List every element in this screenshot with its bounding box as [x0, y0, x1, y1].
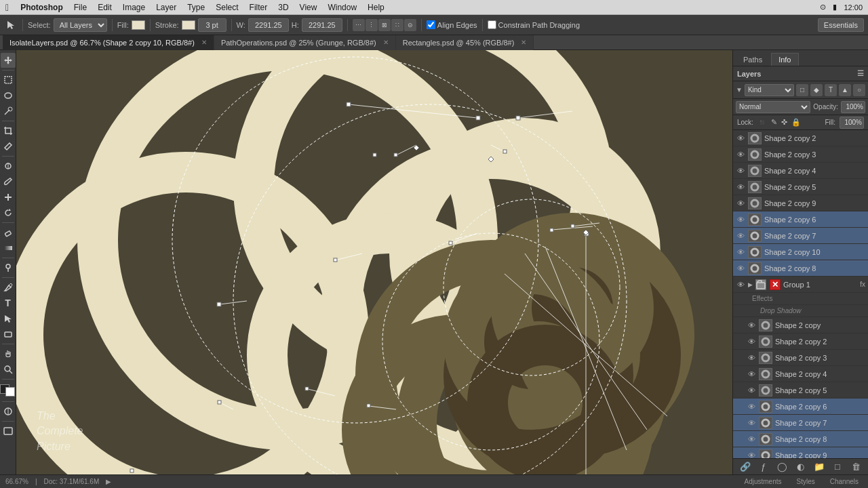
menu-view[interactable]: View: [295, 1, 322, 14]
lock-all-btn[interactable]: 🔒: [791, 118, 801, 127]
delete-layer-btn[interactable]: 🗑: [850, 461, 862, 473]
filter-shape-btn[interactable]: ▲: [839, 84, 851, 96]
link-layers-btn[interactable]: 🔗: [739, 461, 751, 473]
align-center-btn[interactable]: ⋮: [366, 19, 378, 31]
align-edges-checkbox[interactable]: [427, 20, 435, 29]
gradient-tool[interactable]: [1, 241, 16, 256]
constrain-path-label[interactable]: Constrain Path Dragging: [488, 20, 580, 29]
menu-select[interactable]: Select: [211, 1, 243, 14]
group-expand-arrow[interactable]: ▶: [748, 281, 753, 288]
layer-item[interactable]: 👁 Shape 2 copy 8: [733, 260, 868, 277]
layer-item[interactable]: 👁 Shape 2 copy 2: [733, 333, 868, 350]
align-right-btn[interactable]: ⊠: [378, 19, 391, 31]
lasso-tool[interactable]: [1, 88, 16, 103]
eraser-tool[interactable]: [1, 225, 16, 240]
layer-fx-badge[interactable]: fx: [860, 281, 865, 288]
tab-0[interactable]: IsolateLayers.psd @ 66.7% (Shape 2 copy …: [3, 35, 214, 50]
magic-wand-tool[interactable]: [1, 104, 16, 119]
layer-visibility-toggle[interactable]: 👁: [736, 134, 745, 143]
essentials-button[interactable]: Essentials: [818, 18, 864, 32]
layer-visibility-toggle[interactable]: 👁: [736, 247, 745, 257]
layer-item[interactable]: 👁 Shape 2 copy 3: [733, 146, 868, 163]
apple-menu-icon[interactable]: : [5, 2, 9, 13]
layer-item[interactable]: 👁 Shape 2 copy 7: [733, 228, 868, 244]
filter-type-btn[interactable]: T: [825, 84, 837, 96]
menu-layer[interactable]: Layer: [151, 1, 181, 14]
transform-btn[interactable]: ⊝: [404, 19, 416, 31]
layer-visibility-toggle[interactable]: 👁: [736, 150, 745, 159]
layer-visibility-toggle[interactable]: 👁: [747, 434, 756, 444]
height-input[interactable]: [302, 18, 342, 32]
layer-visibility-toggle[interactable]: 👁: [736, 280, 745, 289]
filter-kind-dropdown[interactable]: Kind: [745, 84, 794, 96]
layer-visibility-toggle[interactable]: 👁: [747, 337, 756, 346]
layer-item[interactable]: 👁 Shape 2 copy 10: [733, 244, 868, 260]
menu-edit[interactable]: Edit: [93, 1, 117, 14]
layer-visibility-toggle[interactable]: 👁: [736, 199, 745, 208]
status-nav[interactable]: ▶: [106, 478, 111, 485]
menu-filter[interactable]: Filter: [245, 1, 273, 14]
tab-1[interactable]: PathOperations.psd @ 25% (Grunge, RGB/8#…: [214, 35, 396, 50]
lock-position-btn[interactable]: ✜: [781, 118, 787, 127]
layer-item[interactable]: 👁 Shape 2 copy 4: [733, 366, 868, 382]
tab-1-close[interactable]: ✕: [383, 39, 389, 46]
filter-smart-btn[interactable]: ○: [853, 84, 865, 96]
align-left-btn[interactable]: ⋯: [353, 19, 365, 31]
constrain-path-checkbox[interactable]: [488, 20, 496, 29]
hand-tool[interactable]: [1, 346, 16, 361]
type-tool[interactable]: T: [1, 296, 16, 310]
clone-stamp-tool[interactable]: [1, 190, 16, 205]
move-tool[interactable]: [1, 53, 16, 68]
screen-mode-btn[interactable]: [1, 424, 16, 439]
layer-visibility-toggle[interactable]: 👁: [747, 451, 756, 459]
layer-item[interactable]: 👁 Shape 2 copy: [733, 317, 868, 333]
layer-visibility-toggle[interactable]: 👁: [747, 353, 756, 363]
layer-visibility-toggle[interactable]: 👁: [736, 166, 745, 176]
pen-tool[interactable]: [1, 280, 16, 295]
menu-window[interactable]: Window: [323, 1, 361, 14]
menu-3d[interactable]: 3D: [273, 1, 293, 14]
add-mask-btn[interactable]: ◯: [776, 461, 788, 473]
width-input[interactable]: [248, 18, 289, 32]
dodge-tool[interactable]: [1, 260, 16, 275]
channels-tab[interactable]: Channels: [826, 478, 863, 485]
add-style-btn[interactable]: ƒ: [757, 461, 770, 473]
layer-item[interactable]: 👁 Shape 2 copy 3: [733, 350, 868, 366]
path-selection-tool[interactable]: [1, 311, 16, 326]
layer-item[interactable]: 👁 Shape 2 copy 8: [733, 431, 868, 447]
adjustments-tab[interactable]: Adjustments: [740, 478, 785, 485]
stroke-width-input[interactable]: [198, 18, 226, 32]
healing-brush-tool[interactable]: [1, 159, 16, 174]
tab-info[interactable]: Info: [771, 53, 798, 66]
rectangular-marquee-tool[interactable]: [1, 73, 16, 87]
tab-2[interactable]: Rectangles.psd @ 45% (RGB/8#) ✕: [396, 35, 534, 50]
background-color[interactable]: [5, 387, 15, 396]
menu-type[interactable]: Type: [182, 1, 210, 14]
new-layer-btn[interactable]: □: [831, 461, 844, 473]
tab-0-close[interactable]: ✕: [201, 39, 207, 46]
opacity-input[interactable]: [841, 101, 865, 113]
crop-tool[interactable]: [1, 123, 16, 138]
layer-visibility-toggle[interactable]: 👁: [747, 369, 756, 379]
distribute-btn[interactable]: ∷: [391, 19, 403, 31]
tab-paths[interactable]: Paths: [736, 53, 770, 66]
fill-input[interactable]: [840, 117, 864, 129]
menu-file[interactable]: File: [69, 1, 92, 14]
layer-visibility-toggle[interactable]: 👁: [736, 182, 745, 192]
layer-item[interactable]: 👁 Shape 2 copy 4: [733, 163, 868, 179]
layer-item[interactable]: 👁 Shape 2 copy 9: [733, 447, 868, 458]
styles-tab[interactable]: Styles: [793, 478, 819, 485]
stroke-swatch[interactable]: [182, 20, 195, 30]
lock-image-btn[interactable]: ✎: [771, 118, 777, 127]
new-adjustment-btn[interactable]: ◐: [794, 461, 806, 473]
menu-help[interactable]: Help: [363, 1, 389, 14]
history-brush-tool[interactable]: [1, 205, 16, 220]
tab-2-close[interactable]: ✕: [521, 39, 526, 46]
align-edges-label[interactable]: Align Edges: [427, 20, 477, 29]
quick-mask-btn[interactable]: [1, 404, 16, 419]
filter-pixel-btn[interactable]: □: [796, 84, 808, 96]
filter-adjustment-btn[interactable]: ◆: [810, 84, 823, 96]
layer-item[interactable]: 👁 Shape 2 copy 7: [733, 415, 868, 431]
layer-visibility-toggle[interactable]: 👁: [747, 402, 756, 411]
brush-tool[interactable]: [1, 174, 16, 189]
